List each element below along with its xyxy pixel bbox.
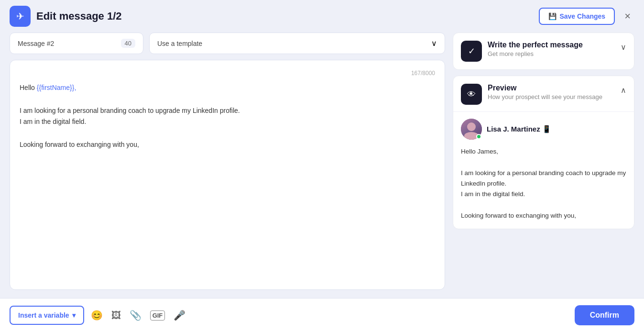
right-panel: ✓ Write the perfect message Get more rep… xyxy=(453,33,634,290)
toolbar-icons: 😊 🖼 📎 GIF 🎤 xyxy=(91,310,186,321)
message-line3: Looking forward to exchanging with you, xyxy=(20,139,435,151)
preview-line1: I am looking for a personal branding coa… xyxy=(461,168,626,189)
variable-text: {{firstName}}, xyxy=(37,84,76,91)
preview-title: Preview xyxy=(488,84,602,92)
main-content: Message #2 40 Use a template ∨ 167/8000 … xyxy=(0,33,644,298)
preview-chevron-icon[interactable]: ∧ xyxy=(621,86,626,95)
message-input: Message #2 40 xyxy=(10,33,143,54)
toolbar-left: Insert a variable ▾ 😊 🖼 📎 GIF 🎤 xyxy=(10,306,186,325)
tips-chevron-icon[interactable]: ∨ xyxy=(621,43,626,52)
tips-title: Write the perfect message xyxy=(488,41,583,49)
avatar-wrap xyxy=(461,119,482,140)
eye-icon: 👁 xyxy=(467,89,476,100)
mic-icon[interactable]: 🎤 xyxy=(174,310,186,321)
save-icon: 💾 xyxy=(548,12,557,20)
message-body: Hello {{firstName}}, I am looking for a … xyxy=(20,82,435,280)
preview-card: 👁 Preview How your prospect will see you… xyxy=(453,76,634,229)
close-button[interactable]: × xyxy=(621,8,634,24)
tips-card-header-left: ✓ Write the perfect message Get more rep… xyxy=(461,41,583,62)
preview-message-body: Hello James, I am looking for a personal… xyxy=(461,146,626,221)
preview-line2: I am in the digital field. xyxy=(461,189,626,199)
tips-card-header: ✓ Write the perfect message Get more rep… xyxy=(461,41,626,62)
image-icon[interactable]: 🖼 xyxy=(111,310,121,321)
checkmark-icon: ✓ xyxy=(468,46,475,56)
page-title: Edit message 1/2 xyxy=(36,10,122,22)
controls-row: Message #2 40 Use a template ∨ xyxy=(10,33,445,54)
preview-header: 👁 Preview How your prospect will see you… xyxy=(461,84,626,105)
gif-icon[interactable]: GIF xyxy=(150,310,165,321)
editor-area[interactable]: 167/8000 Hello {{firstName}}, I am looki… xyxy=(10,60,445,290)
left-panel: Message #2 40 Use a template ∨ 167/8000 … xyxy=(10,33,445,290)
attachment-icon[interactable]: 📎 xyxy=(130,310,142,321)
template-select-label: Use a template xyxy=(157,40,202,47)
preview-greeting: Hello James, xyxy=(461,146,626,157)
logo-icon: ✈ xyxy=(10,6,31,27)
bottom-toolbar: Insert a variable ▾ 😊 🖼 📎 GIF 🎤 Confirm xyxy=(0,298,644,332)
chevron-down-icon: ∨ xyxy=(431,39,437,48)
preview-text: Preview How your prospect will see your … xyxy=(488,84,602,100)
preview-user-name: Lisa J. Martinez 📱 xyxy=(487,125,551,133)
message-line1: I am looking for a personal branding coa… xyxy=(20,105,435,117)
save-changes-button[interactable]: 💾 Save Changes xyxy=(539,8,615,25)
message-label: Message #2 xyxy=(18,40,54,47)
char-badge: 40 xyxy=(121,39,135,48)
char-count: 167/8000 xyxy=(20,70,435,77)
header-left: ✈ Edit message 1/2 xyxy=(10,6,122,27)
tips-icon: ✓ xyxy=(461,41,482,62)
tips-text: Write the perfect message Get more repli… xyxy=(488,41,583,57)
insert-variable-button[interactable]: Insert a variable ▾ xyxy=(10,306,84,325)
chevron-down-icon: ▾ xyxy=(72,311,76,319)
preview-header-left: 👁 Preview How your prospect will see you… xyxy=(461,84,602,105)
header-right: 💾 Save Changes × xyxy=(539,8,634,25)
message-line2: I am in the digital field. xyxy=(20,116,435,128)
preview-icon: 👁 xyxy=(461,84,482,105)
preview-line3: Looking forward to exchanging with you, xyxy=(461,210,626,221)
preview-subtitle: How your prospect will see your message xyxy=(488,93,602,100)
preview-user: Lisa J. Martinez 📱 xyxy=(461,119,626,140)
greeting-text: Hello xyxy=(20,84,37,91)
header: ✈ Edit message 1/2 💾 Save Changes × xyxy=(0,0,644,33)
tips-card: ✓ Write the perfect message Get more rep… xyxy=(453,33,634,70)
online-indicator xyxy=(476,134,481,139)
tips-subtitle: Get more replies xyxy=(488,50,583,57)
send-icon: ✈ xyxy=(16,11,24,22)
preview-divider xyxy=(453,111,634,112)
emoji-icon[interactable]: 😊 xyxy=(91,310,103,321)
confirm-button[interactable]: Confirm xyxy=(575,305,634,325)
template-select[interactable]: Use a template ∨ xyxy=(149,33,445,54)
